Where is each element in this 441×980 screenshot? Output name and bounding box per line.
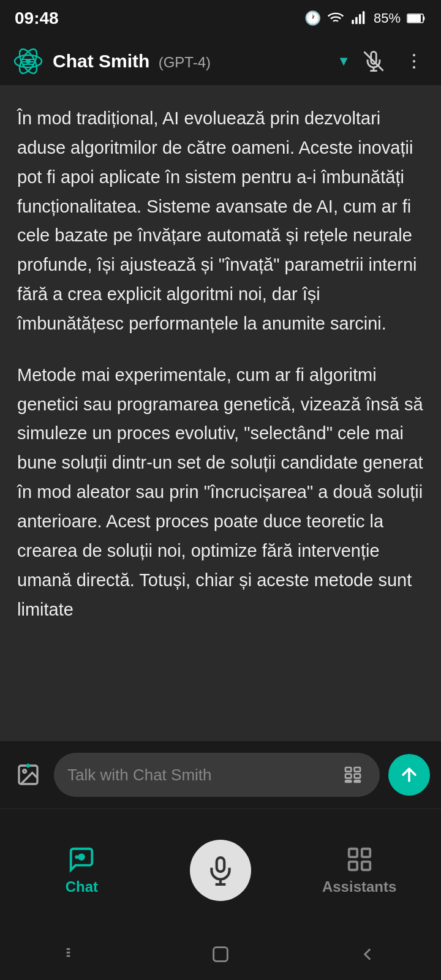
- system-nav-bar: [0, 931, 441, 980]
- dropdown-chevron-icon[interactable]: ▼: [337, 53, 350, 69]
- svg-rect-26: [345, 774, 351, 778]
- signal-icon: [350, 10, 368, 27]
- svg-rect-37: [349, 861, 356, 869]
- mute-button[interactable]: [359, 47, 388, 76]
- chat-nav-label: Chat: [66, 878, 98, 895]
- svg-point-31: [75, 855, 79, 859]
- svg-rect-24: [345, 767, 351, 772]
- svg-rect-29: [355, 780, 360, 782]
- svg-point-30: [78, 853, 86, 861]
- svg-rect-35: [349, 848, 356, 856]
- svg-rect-4: [363, 11, 365, 24]
- back-icon: [357, 944, 378, 965]
- bottom-nav: Chat Assistants: [0, 809, 441, 931]
- svg-rect-25: [355, 767, 360, 772]
- svg-rect-38: [361, 861, 369, 869]
- svg-rect-1: [352, 20, 354, 24]
- add-image-button[interactable]: [11, 758, 45, 792]
- app-title: Chat Smith (GPT-4): [53, 51, 330, 72]
- home-icon: [210, 944, 231, 965]
- chat-paragraph-1: În mod tradițional, AI evoluează prin de…: [17, 104, 424, 339]
- svg-point-21: [23, 770, 26, 773]
- svg-rect-32: [217, 858, 225, 872]
- svg-rect-6: [408, 15, 421, 22]
- sys-home-button[interactable]: [210, 944, 231, 967]
- app-logo: [12, 45, 44, 77]
- voice-input-button[interactable]: [339, 761, 366, 788]
- nav-assistants-tab[interactable]: Assistants: [304, 845, 415, 895]
- svg-rect-28: [345, 780, 351, 782]
- assistants-nav-icon: [345, 845, 374, 873]
- center-mic-button[interactable]: [190, 840, 251, 901]
- status-time: 09:48: [15, 9, 59, 28]
- svg-rect-42: [214, 948, 228, 962]
- svg-point-18: [413, 59, 415, 62]
- battery-percent: 85%: [374, 10, 401, 26]
- more-options-button[interactable]: [399, 47, 429, 76]
- svg-rect-2: [355, 17, 358, 24]
- chat-input-field[interactable]: Talk with Chat Smith: [54, 753, 380, 797]
- add-image-icon: [16, 763, 40, 787]
- mic-icon: [205, 855, 236, 886]
- chat-nav-icon: [67, 845, 96, 873]
- battery-icon: [407, 12, 426, 24]
- status-bar: 09:48 🕐 85%: [0, 0, 441, 37]
- svg-rect-27: [355, 774, 360, 778]
- sys-multitask-button[interactable]: [63, 944, 84, 967]
- muted-mic-icon: [363, 51, 384, 72]
- svg-rect-36: [361, 848, 369, 856]
- sys-back-button[interactable]: [357, 944, 378, 967]
- alarm-icon: 🕐: [304, 10, 321, 26]
- svg-point-19: [413, 66, 415, 68]
- send-icon: [399, 764, 420, 785]
- more-icon: [404, 51, 424, 72]
- header: Chat Smith (GPT-4) ▼: [0, 37, 441, 86]
- header-actions: [359, 47, 429, 76]
- voice-icon: [343, 765, 363, 785]
- chat-message: În mod tradițional, AI evoluează prin de…: [17, 104, 424, 624]
- svg-point-17: [413, 53, 415, 56]
- input-placeholder-text: Talk with Chat Smith: [67, 766, 332, 785]
- input-bar: Talk with Chat Smith: [0, 741, 441, 809]
- chat-paragraph-2: Metode mai experimentale, cum ar fi algo…: [17, 361, 424, 625]
- svg-rect-3: [359, 14, 361, 24]
- status-icons: 🕐 85%: [304, 10, 426, 27]
- nav-chat-tab[interactable]: Chat: [26, 845, 137, 895]
- multitask-icon: [63, 944, 84, 965]
- send-button[interactable]: [388, 754, 430, 796]
- chat-content: În mod tradițional, AI evoluează prin de…: [0, 86, 441, 772]
- assistants-nav-label: Assistants: [322, 878, 396, 895]
- wifi-icon: [327, 10, 344, 27]
